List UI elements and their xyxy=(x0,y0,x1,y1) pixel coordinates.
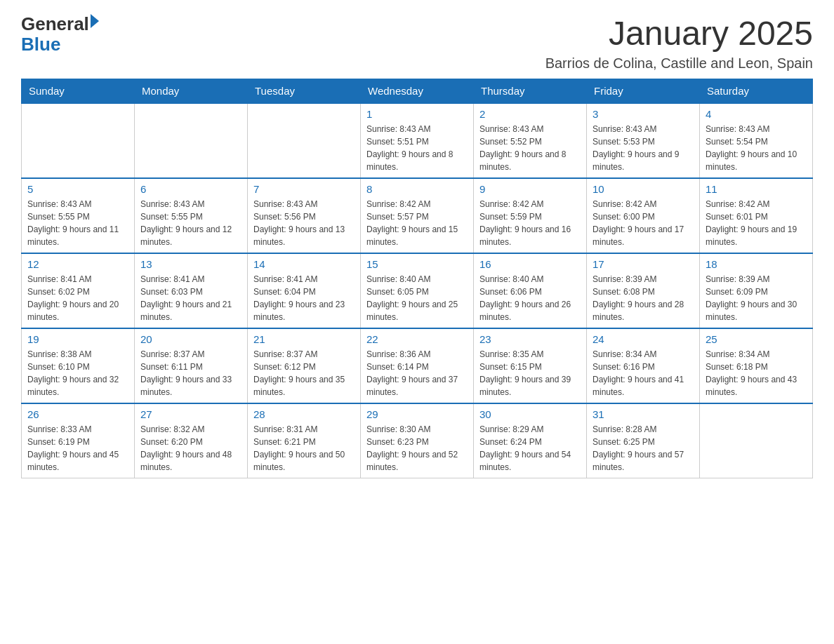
day-info: Sunrise: 8:40 AMSunset: 6:06 PMDaylight:… xyxy=(479,273,581,323)
day-number: 9 xyxy=(479,183,581,195)
day-info: Sunrise: 8:43 AMSunset: 5:52 PMDaylight:… xyxy=(479,123,581,173)
calendar-cell: 30Sunrise: 8:29 AMSunset: 6:24 PMDayligh… xyxy=(474,403,587,478)
day-number: 1 xyxy=(366,108,468,120)
calendar-cell: 14Sunrise: 8:41 AMSunset: 6:04 PMDayligh… xyxy=(248,253,361,328)
logo-arrow-icon xyxy=(91,14,99,28)
week-row-2: 5Sunrise: 8:43 AMSunset: 5:55 PMDaylight… xyxy=(22,178,813,253)
day-info: Sunrise: 8:43 AMSunset: 5:56 PMDaylight:… xyxy=(253,198,355,248)
day-info: Sunrise: 8:40 AMSunset: 6:05 PMDaylight:… xyxy=(366,273,468,323)
day-info: Sunrise: 8:42 AMSunset: 6:01 PMDaylight:… xyxy=(706,198,807,248)
day-info: Sunrise: 8:38 AMSunset: 6:10 PMDaylight:… xyxy=(27,348,128,398)
calendar-cell: 8Sunrise: 8:42 AMSunset: 5:57 PMDaylight… xyxy=(361,178,474,253)
day-number: 25 xyxy=(706,333,807,345)
day-info: Sunrise: 8:33 AMSunset: 6:19 PMDaylight:… xyxy=(27,423,128,474)
day-number: 5 xyxy=(27,183,128,195)
calendar-cell: 9Sunrise: 8:42 AMSunset: 5:59 PMDaylight… xyxy=(474,178,587,253)
calendar-cell: 21Sunrise: 8:37 AMSunset: 6:12 PMDayligh… xyxy=(248,328,361,403)
calendar-cell xyxy=(700,403,813,478)
day-number: 28 xyxy=(253,408,355,420)
day-info: Sunrise: 8:35 AMSunset: 6:15 PMDaylight:… xyxy=(479,348,581,398)
logo-blue-text: Blue xyxy=(21,34,99,55)
calendar-cell: 26Sunrise: 8:33 AMSunset: 6:19 PMDayligh… xyxy=(22,403,135,478)
day-number: 8 xyxy=(366,183,468,195)
calendar-cell: 25Sunrise: 8:34 AMSunset: 6:18 PMDayligh… xyxy=(700,328,813,403)
header-day-tuesday: Tuesday xyxy=(248,79,361,104)
calendar-cell xyxy=(135,103,248,178)
day-info: Sunrise: 8:31 AMSunset: 6:21 PMDaylight:… xyxy=(253,423,355,474)
day-info: Sunrise: 8:43 AMSunset: 5:55 PMDaylight:… xyxy=(140,198,241,248)
day-info: Sunrise: 8:37 AMSunset: 6:12 PMDaylight:… xyxy=(253,348,355,398)
day-number: 20 xyxy=(140,333,241,345)
header-day-sunday: Sunday xyxy=(22,79,135,104)
calendar-cell: 5Sunrise: 8:43 AMSunset: 5:55 PMDaylight… xyxy=(22,178,135,253)
day-info: Sunrise: 8:39 AMSunset: 6:09 PMDaylight:… xyxy=(706,273,807,323)
day-number: 30 xyxy=(479,408,581,420)
calendar-header-row: SundayMondayTuesdayWednesdayThursdayFrid… xyxy=(22,79,813,104)
day-number: 22 xyxy=(366,333,468,345)
header-day-friday: Friday xyxy=(587,79,700,104)
day-info: Sunrise: 8:42 AMSunset: 6:00 PMDaylight:… xyxy=(593,198,694,248)
calendar-cell xyxy=(22,103,135,178)
calendar-cell: 27Sunrise: 8:32 AMSunset: 6:20 PMDayligh… xyxy=(135,403,248,478)
header-day-monday: Monday xyxy=(135,79,248,104)
day-info: Sunrise: 8:39 AMSunset: 6:08 PMDaylight:… xyxy=(593,273,694,323)
day-number: 13 xyxy=(140,258,241,270)
week-row-5: 26Sunrise: 8:33 AMSunset: 6:19 PMDayligh… xyxy=(22,403,813,478)
day-info: Sunrise: 8:36 AMSunset: 6:14 PMDaylight:… xyxy=(366,348,468,398)
logo: General Blue xyxy=(21,14,99,54)
week-row-3: 12Sunrise: 8:41 AMSunset: 6:02 PMDayligh… xyxy=(22,253,813,328)
day-number: 18 xyxy=(706,258,807,270)
day-info: Sunrise: 8:29 AMSunset: 6:24 PMDaylight:… xyxy=(479,423,581,474)
week-row-4: 19Sunrise: 8:38 AMSunset: 6:10 PMDayligh… xyxy=(22,328,813,403)
calendar-cell: 10Sunrise: 8:42 AMSunset: 6:00 PMDayligh… xyxy=(587,178,700,253)
day-info: Sunrise: 8:41 AMSunset: 6:04 PMDaylight:… xyxy=(253,273,355,323)
calendar-cell xyxy=(248,103,361,178)
calendar-cell: 6Sunrise: 8:43 AMSunset: 5:55 PMDaylight… xyxy=(135,178,248,253)
calendar-cell: 15Sunrise: 8:40 AMSunset: 6:05 PMDayligh… xyxy=(361,253,474,328)
calendar-cell: 7Sunrise: 8:43 AMSunset: 5:56 PMDaylight… xyxy=(248,178,361,253)
day-info: Sunrise: 8:43 AMSunset: 5:53 PMDaylight:… xyxy=(593,123,694,173)
week-row-1: 1Sunrise: 8:43 AMSunset: 5:51 PMDaylight… xyxy=(22,103,813,178)
header-day-thursday: Thursday xyxy=(474,79,587,104)
page-header: General Blue January 2025 Barrios de Col… xyxy=(21,14,813,72)
day-info: Sunrise: 8:42 AMSunset: 5:57 PMDaylight:… xyxy=(366,198,468,248)
calendar-cell: 31Sunrise: 8:28 AMSunset: 6:25 PMDayligh… xyxy=(587,403,700,478)
day-number: 27 xyxy=(140,408,241,420)
calendar-cell: 23Sunrise: 8:35 AMSunset: 6:15 PMDayligh… xyxy=(474,328,587,403)
day-info: Sunrise: 8:41 AMSunset: 6:02 PMDaylight:… xyxy=(27,273,128,323)
calendar-cell: 16Sunrise: 8:40 AMSunset: 6:06 PMDayligh… xyxy=(474,253,587,328)
calendar-cell: 1Sunrise: 8:43 AMSunset: 5:51 PMDaylight… xyxy=(361,103,474,178)
calendar-cell: 18Sunrise: 8:39 AMSunset: 6:09 PMDayligh… xyxy=(700,253,813,328)
day-number: 2 xyxy=(479,108,581,120)
day-number: 21 xyxy=(253,333,355,345)
day-number: 19 xyxy=(27,333,128,345)
location-subtitle: Barrios de Colina, Castille and Leon, Sp… xyxy=(545,55,813,72)
day-info: Sunrise: 8:32 AMSunset: 6:20 PMDaylight:… xyxy=(140,423,241,474)
day-info: Sunrise: 8:42 AMSunset: 5:59 PMDaylight:… xyxy=(479,198,581,248)
day-number: 10 xyxy=(593,183,694,195)
day-info: Sunrise: 8:41 AMSunset: 6:03 PMDaylight:… xyxy=(140,273,241,323)
day-number: 17 xyxy=(593,258,694,270)
calendar-cell: 3Sunrise: 8:43 AMSunset: 5:53 PMDaylight… xyxy=(587,103,700,178)
calendar-cell: 17Sunrise: 8:39 AMSunset: 6:08 PMDayligh… xyxy=(587,253,700,328)
day-number: 12 xyxy=(27,258,128,270)
day-info: Sunrise: 8:37 AMSunset: 6:11 PMDaylight:… xyxy=(140,348,241,398)
title-area: January 2025 Barrios de Colina, Castille… xyxy=(545,14,813,72)
calendar-cell: 2Sunrise: 8:43 AMSunset: 5:52 PMDaylight… xyxy=(474,103,587,178)
day-number: 7 xyxy=(253,183,355,195)
day-info: Sunrise: 8:34 AMSunset: 6:16 PMDaylight:… xyxy=(593,348,694,398)
calendar-cell: 13Sunrise: 8:41 AMSunset: 6:03 PMDayligh… xyxy=(135,253,248,328)
day-number: 3 xyxy=(593,108,694,120)
day-number: 14 xyxy=(253,258,355,270)
calendar-cell: 20Sunrise: 8:37 AMSunset: 6:11 PMDayligh… xyxy=(135,328,248,403)
calendar-cell: 11Sunrise: 8:42 AMSunset: 6:01 PMDayligh… xyxy=(700,178,813,253)
logo-general-text: General xyxy=(21,14,89,34)
day-number: 4 xyxy=(706,108,807,120)
day-info: Sunrise: 8:30 AMSunset: 6:23 PMDaylight:… xyxy=(366,423,468,474)
calendar-table: SundayMondayTuesdayWednesdayThursdayFrid… xyxy=(21,79,813,478)
calendar-cell: 12Sunrise: 8:41 AMSunset: 6:02 PMDayligh… xyxy=(22,253,135,328)
calendar-cell: 19Sunrise: 8:38 AMSunset: 6:10 PMDayligh… xyxy=(22,328,135,403)
calendar-cell: 22Sunrise: 8:36 AMSunset: 6:14 PMDayligh… xyxy=(361,328,474,403)
header-day-wednesday: Wednesday xyxy=(361,79,474,104)
calendar-cell: 28Sunrise: 8:31 AMSunset: 6:21 PMDayligh… xyxy=(248,403,361,478)
